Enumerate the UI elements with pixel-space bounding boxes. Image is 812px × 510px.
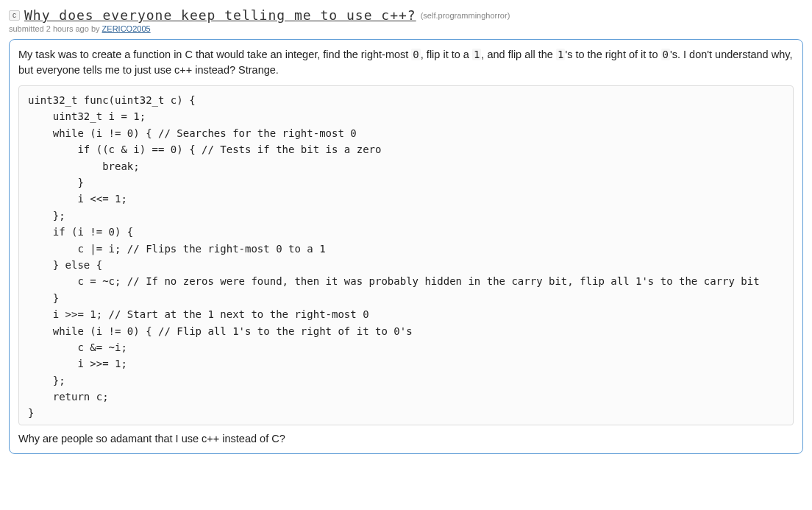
inline-code: 0: [411, 49, 420, 60]
code-block[interactable]: uint32_t func(uint32_t c) { uint32_t i =…: [19, 86, 793, 425]
post-title[interactable]: Why does everyone keep telling me to use…: [24, 7, 416, 23]
submitted-label: submitted: [9, 24, 46, 33]
by-label: by: [89, 24, 102, 33]
post-intro: My task was to create a function in C th…: [18, 47, 794, 78]
author-link[interactable]: ZERICO2005: [102, 24, 151, 33]
intro-text: My task was to create a function in C th…: [18, 49, 411, 60]
post-outro: Why are people so adamant that I use c++…: [18, 433, 794, 445]
post-body-box: My task was to create a function in C th…: [9, 39, 803, 454]
post-age: 2 hours ago: [46, 24, 89, 33]
post-tagline: submitted 2 hours ago by ZERICO2005: [9, 24, 803, 33]
inline-code: 1: [556, 49, 565, 60]
post-header: c Why does everyone keep telling me to u…: [9, 7, 803, 23]
code-block-wrap: uint32_t func(uint32_t c) { uint32_t i =…: [18, 85, 794, 425]
inline-code: 0: [661, 49, 670, 60]
post-domain[interactable]: (self.programminghorror): [421, 11, 510, 20]
intro-text: , and flip all the: [481, 49, 556, 60]
link-flair[interactable]: c: [9, 10, 20, 21]
intro-text: 's to the right of it to: [565, 49, 660, 60]
intro-text: , flip it to a: [421, 49, 472, 60]
inline-code: 1: [472, 49, 481, 60]
